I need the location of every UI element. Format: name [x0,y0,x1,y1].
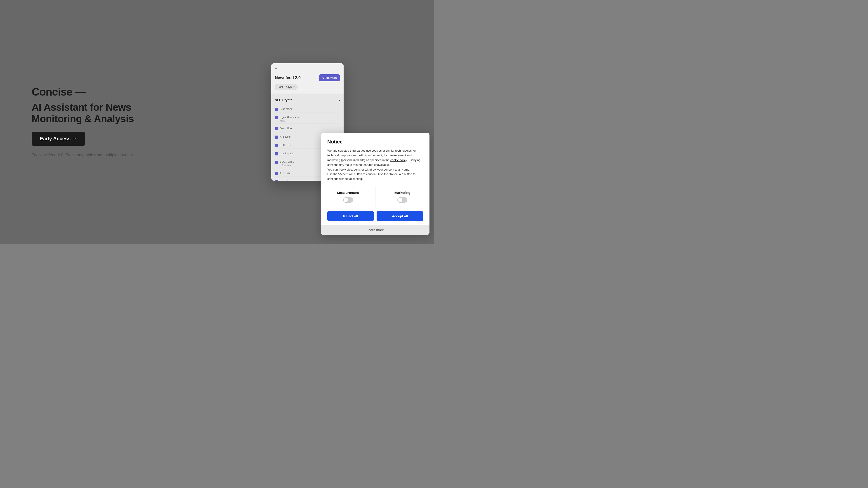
learn-more-button[interactable]: Learn more [321,225,430,235]
item-dot [275,144,278,147]
toggles-row: Measurement Marketing [321,186,430,207]
notice-body: We and selected third parties use cookie… [327,149,423,182]
app-title-row: Newsfeed 2.0 ↻ Refresh [275,74,340,81]
refresh-button[interactable]: ↻ Refresh [319,74,340,81]
chevron-right-icon: › [339,98,340,102]
refresh-icon: ↻ [322,76,324,79]
accept-all-button[interactable]: Accept all [377,211,423,221]
list-item: ...ina for AI [275,106,340,112]
cookie-consent-dialog: Notice We and selected third parties use… [321,133,430,235]
list-item: ...ges AI for rucks Mar... [275,114,340,124]
item-dot [275,116,278,119]
hero-title: AI Assistant for News Monitoring & Analy… [32,102,145,125]
news-item-text: ...us Impact [280,152,293,155]
marketing-section: Marketing [375,186,430,207]
sec-crypto-row: SEC Crypto › [275,96,340,104]
menu-icon[interactable]: ≡ [275,67,340,72]
notice-body-text-4: Use the "Accept all" button to consent. … [327,172,415,181]
news-item-text: ...pulation [280,180,291,181]
list-item: Gen... Boo... [275,125,340,132]
notice-body-text-3: You can freely give, deny, or withdraw y… [327,168,410,171]
refresh-label: Refresh [326,76,337,79]
reject-all-button[interactable]: Reject all [327,211,374,221]
marketing-toggle[interactable] [397,197,407,203]
news-item-text: AI P... Val... [280,171,292,175]
news-item-text: ...ges AI for rucks Mar... [280,116,299,122]
item-dot [275,127,278,130]
days-badge[interactable]: Last 3 days ↗ [275,84,298,90]
item-dot [275,180,278,181]
news-item-text: AI Buying [280,135,290,138]
action-buttons-row: Reject all Accept all [321,207,430,225]
item-dot [275,108,278,111]
app-header: ≡ Newsfeed 2.0 ↻ Refresh Last 3 days ↗ [271,63,344,94]
sec-crypto-label: SEC Crypto [275,98,292,102]
measurement-toggle[interactable] [343,197,353,203]
hero-subtitle: Try Newsfeed 2.0: Track any topic from m… [32,152,145,158]
item-dot [275,161,278,164]
hero-section: Concise — AI Assistant for News Monitori… [32,86,145,158]
measurement-section: Measurement [321,186,375,207]
marketing-label: Marketing [395,191,410,195]
item-dot [275,152,278,156]
measurement-label: Measurement [337,191,359,195]
news-item-text: Gen... Boo... [280,127,294,130]
notice-title: Notice [327,139,423,145]
cookie-policy-link[interactable]: cookie policy [391,158,407,162]
news-item-text: ...ina for AI [280,107,292,111]
news-item-text: SEC... Del... [280,143,293,147]
item-dot [275,135,278,139]
app-title: Newsfeed 2.0 [275,75,301,80]
item-dot [275,172,278,175]
brand-name: Concise — [32,86,145,98]
news-item-text: SEC... Exc... ...3 Millions [280,160,294,166]
early-access-button[interactable]: Early Access → [32,132,85,146]
